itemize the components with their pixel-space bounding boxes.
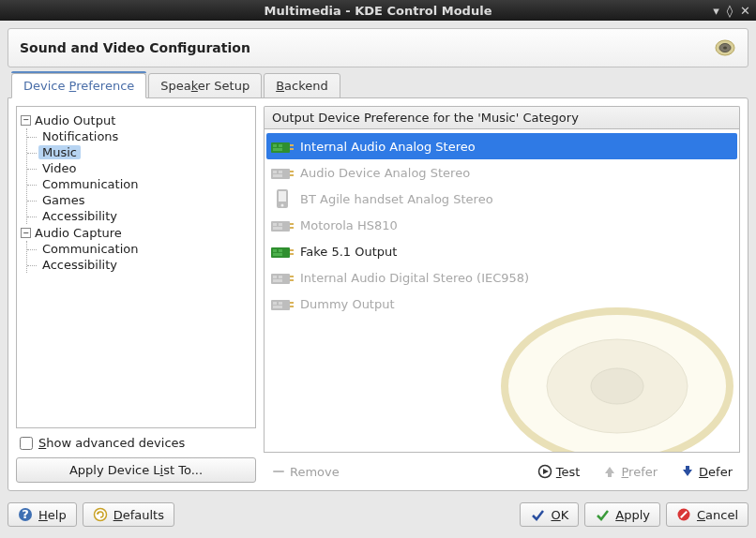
cancel-label: Cancel <box>697 508 738 522</box>
arrow-down-icon <box>680 464 695 479</box>
tree-leaf-accessibility[interactable]: Accessibility <box>38 258 121 272</box>
device-list[interactable]: Internal Audio Analog StereoAudio Device… <box>264 128 740 453</box>
tree-leaf-communication[interactable]: Communication <box>38 177 142 191</box>
tab-bar: Device PreferenceSpeaker SetupBackend <box>8 73 748 98</box>
svg-rect-10 <box>290 144 294 146</box>
remove-icon <box>271 464 286 479</box>
svg-rect-7 <box>273 144 277 147</box>
svg-rect-27 <box>271 247 290 258</box>
window-titlebar: Multimedia - KDE Control Module ▾ ◊ ✕ <box>0 0 756 21</box>
defer-button[interactable]: Defer <box>673 460 740 483</box>
svg-rect-6 <box>271 142 290 153</box>
tab-backend[interactable]: Backend <box>264 73 340 98</box>
svg-rect-22 <box>273 223 277 226</box>
device-item-label: Audio Device Analog Stereo <box>300 166 470 180</box>
help-icon: ? <box>18 507 33 522</box>
sound-card-icon <box>270 294 295 313</box>
svg-rect-21 <box>271 221 290 232</box>
svg-rect-44 <box>290 306 294 307</box>
svg-rect-13 <box>273 171 277 173</box>
svg-rect-28 <box>273 249 277 252</box>
device-item-label: Motorola HS810 <box>300 218 398 232</box>
tree-branch-audio-capture[interactable]: − Audio Capture <box>21 225 122 241</box>
expand-icon[interactable]: − <box>21 115 31 126</box>
tree-leaf-notifications[interactable]: Notifications <box>38 129 122 143</box>
cancel-icon <box>676 507 691 522</box>
apply-device-list-button[interactable]: Apply Device List To... <box>16 457 256 483</box>
test-button[interactable]: Test <box>530 460 588 483</box>
tree-leaf-games[interactable]: Games <box>38 193 88 207</box>
sound-card-icon <box>270 268 295 287</box>
tree-leaf-video[interactable]: Video <box>38 161 80 175</box>
show-advanced-label: Show advanced devices <box>38 436 185 450</box>
defaults-button[interactable]: Defaults <box>83 502 174 527</box>
remove-label: Remove <box>290 465 340 479</box>
defaults-label: Defaults <box>113 508 164 522</box>
device-item-label: Internal Audio Analog Stereo <box>300 140 476 154</box>
show-advanced-checkbox-input[interactable] <box>20 437 33 450</box>
device-item[interactable]: Fake 5.1 Output <box>266 238 737 264</box>
device-item[interactable]: Motorola HS810 <box>266 212 737 238</box>
svg-rect-41 <box>279 302 282 305</box>
device-item[interactable]: BT Agile handset Analog Stereo <box>266 186 737 212</box>
device-item-label: Internal Audio Digital Stereo (IEC958) <box>300 271 529 285</box>
tree-leaf-communication[interactable]: Communication <box>38 242 142 256</box>
help-label: Help <box>38 508 67 522</box>
window-body: Sound and Video Configuration Device Pre… <box>0 21 756 538</box>
svg-rect-40 <box>273 302 277 305</box>
apply-button[interactable]: Apply <box>584 502 660 527</box>
ok-label: OK <box>551 508 568 522</box>
svg-text:?: ? <box>22 507 29 521</box>
svg-rect-36 <box>273 279 282 282</box>
window-close-icon[interactable]: ✕ <box>740 4 750 18</box>
prefer-button[interactable]: Prefer <box>595 460 665 483</box>
svg-rect-33 <box>271 274 290 284</box>
svg-rect-39 <box>271 300 290 310</box>
dialog-button-bar: ? Help Defaults OK Apply C <box>8 499 748 531</box>
expand-icon[interactable]: − <box>21 228 31 238</box>
remove-button[interactable]: Remove <box>264 460 347 483</box>
svg-rect-23 <box>279 223 282 226</box>
svg-rect-8 <box>279 144 282 147</box>
svg-rect-26 <box>290 227 294 229</box>
device-item[interactable]: Internal Audio Digital Stereo (IEC958) <box>266 264 737 291</box>
svg-rect-35 <box>279 276 282 278</box>
phone-icon <box>270 189 295 208</box>
show-advanced-checkbox[interactable]: Show advanced devices <box>16 434 256 452</box>
cancel-button[interactable]: Cancel <box>666 502 748 527</box>
tree-leaf-music[interactable]: Music <box>38 145 81 159</box>
svg-rect-38 <box>290 279 294 281</box>
play-icon <box>537 464 552 479</box>
tab-device-preference[interactable]: Device Preference <box>11 73 146 98</box>
speaker-icon <box>714 38 736 57</box>
window-maximize-icon[interactable]: ◊ <box>727 4 733 18</box>
ok-button[interactable]: OK <box>520 502 579 527</box>
page-header: Sound and Video Configuration <box>8 28 748 67</box>
ok-icon <box>530 507 545 522</box>
device-item[interactable]: Dummy Output <box>266 291 737 317</box>
svg-rect-34 <box>273 276 277 278</box>
apply-label: Apply <box>615 508 650 522</box>
sound-card-icon <box>270 137 295 156</box>
help-button[interactable]: ? Help <box>8 502 77 527</box>
sound-card-icon <box>270 242 295 261</box>
device-item-label: Fake 5.1 Output <box>300 245 397 259</box>
svg-rect-45 <box>273 471 284 472</box>
svg-rect-25 <box>290 223 294 225</box>
svg-rect-15 <box>273 174 282 177</box>
sound-card-icon <box>270 216 295 234</box>
category-tree[interactable]: − Audio Output NotificationsMusicVideoCo… <box>16 106 256 428</box>
tree-leaf-accessibility[interactable]: Accessibility <box>38 209 121 223</box>
svg-point-52 <box>94 509 106 521</box>
device-item[interactable]: Audio Device Analog Stereo <box>266 159 737 186</box>
window-minimize-icon[interactable]: ▾ <box>713 4 719 18</box>
page-title: Sound and Video Configuration <box>20 40 250 55</box>
svg-rect-12 <box>271 169 290 179</box>
tree-branch-audio-output[interactable]: − Audio Output <box>21 112 115 128</box>
svg-rect-29 <box>279 249 282 252</box>
apply-icon <box>595 507 610 522</box>
svg-rect-16 <box>290 171 294 172</box>
tab-speaker-setup[interactable]: Speaker Setup <box>148 73 262 98</box>
svg-rect-14 <box>279 171 282 173</box>
device-item[interactable]: Internal Audio Analog Stereo <box>266 133 737 159</box>
